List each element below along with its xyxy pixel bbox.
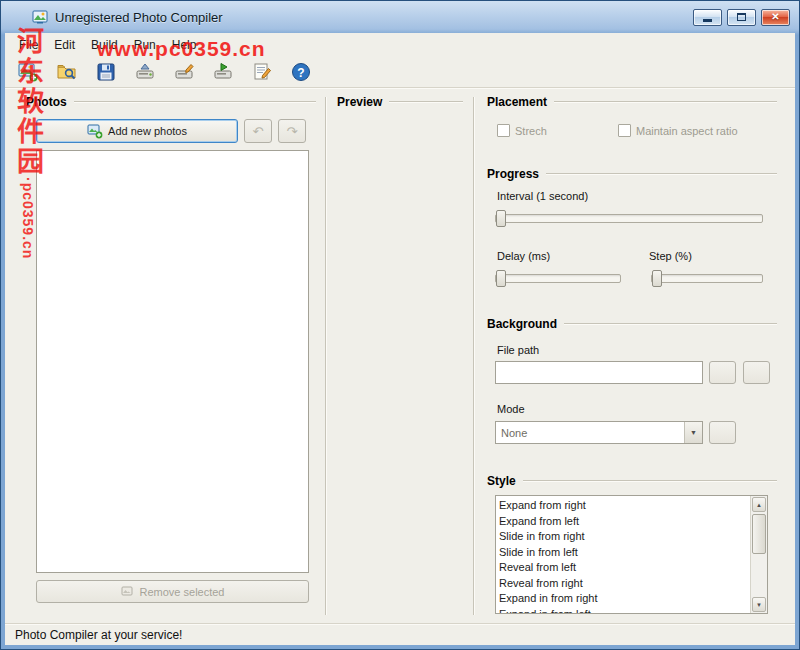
file-path-clear-button[interactable] — [743, 361, 770, 384]
separator-preview-settings — [473, 97, 475, 615]
style-list-scrollbar[interactable]: ▲ ▼ — [750, 496, 767, 613]
toolbar-browse-button[interactable] — [52, 59, 82, 85]
placement-group-header: Placement — [487, 95, 777, 109]
maintain-aspect-checkbox-label: Maintain aspect ratio — [636, 125, 738, 137]
style-list-item[interactable]: Slide in from left — [499, 545, 750, 561]
mode-dropdown-value: None — [496, 422, 684, 443]
client-area: File Edit Build Run Help — [5, 33, 795, 645]
app-window: Unregistered Photo Compiler ✕ File Edit … — [0, 0, 800, 650]
placement-header-label: Placement — [487, 95, 547, 109]
window-title: Unregistered Photo Compiler — [55, 10, 223, 25]
separator-photos-preview — [325, 97, 327, 615]
style-list-item[interactable]: Expand from left — [499, 514, 750, 530]
app-icon — [32, 9, 48, 25]
file-path-input[interactable] — [495, 361, 703, 384]
style-list-item[interactable]: Expand from right — [499, 498, 750, 514]
toolbar-add-photos-button[interactable] — [13, 59, 43, 85]
minimize-button[interactable] — [693, 9, 722, 26]
add-new-photos-button[interactable]: Add new photos — [36, 119, 238, 143]
scroll-down-icon[interactable]: ▼ — [752, 597, 766, 612]
svg-text:?: ? — [297, 66, 304, 80]
style-list-item[interactable]: Expand in from left — [499, 607, 750, 614]
add-new-photos-label: Add new photos — [108, 125, 187, 137]
delay-slider-track — [495, 274, 621, 283]
delay-label: Delay (ms) — [497, 250, 550, 262]
step-slider-thumb[interactable] — [652, 270, 662, 287]
background-header-line — [564, 323, 777, 325]
move-photo-up-button[interactable]: ↶ — [244, 119, 272, 143]
move-down-icon: ↷ — [287, 125, 298, 138]
toolbar-help-button[interactable]: ? — [286, 59, 316, 85]
statusbar: Photo Compiler at your service! — [5, 623, 795, 645]
placement-header-line — [554, 101, 777, 103]
mode-label: Mode — [497, 403, 525, 415]
build-icon — [134, 61, 156, 83]
menu-build[interactable]: Build — [83, 35, 126, 55]
stretch-checkbox-box[interactable] — [497, 124, 510, 137]
menubar: File Edit Build Run Help — [5, 33, 795, 57]
close-icon: ✕ — [771, 12, 779, 22]
stretch-checkbox-label: Strech — [515, 125, 547, 137]
progress-header-label: Progress — [487, 167, 539, 181]
move-photo-down-button[interactable]: ↷ — [278, 119, 306, 143]
background-group-header: Background — [487, 317, 777, 331]
step-slider[interactable] — [651, 270, 763, 287]
scroll-up-icon[interactable]: ▲ — [752, 497, 766, 512]
mode-dropdown[interactable]: None ▼ — [495, 421, 703, 444]
style-list-item[interactable]: Reveal from left — [499, 560, 750, 576]
status-text: Photo Compiler at your service! — [15, 628, 182, 642]
add-photo-icon — [87, 123, 103, 139]
titlebar[interactable]: Unregistered Photo Compiler ✕ — [6, 2, 794, 32]
toolbar-save-button[interactable] — [91, 59, 121, 85]
style-list[interactable]: Expand from right Expand from left Slide… — [495, 495, 768, 614]
browse-folder-icon — [56, 61, 78, 83]
style-header-line — [523, 480, 777, 482]
menu-run[interactable]: Run — [126, 35, 164, 55]
window-controls: ✕ — [693, 9, 794, 26]
save-icon — [95, 61, 117, 83]
move-up-icon: ↶ — [253, 125, 264, 138]
preview-header-label: Preview — [337, 95, 382, 109]
preview-area — [337, 117, 463, 615]
help-icon: ? — [290, 61, 312, 83]
progress-group-header: Progress — [487, 167, 777, 181]
menu-file[interactable]: File — [11, 35, 46, 55]
remove-selected-label: Remove selected — [140, 586, 225, 598]
stretch-checkbox[interactable]: Strech — [497, 124, 547, 137]
step-slider-track — [651, 274, 763, 283]
menu-edit[interactable]: Edit — [46, 35, 83, 55]
toolbar-run-button[interactable] — [208, 59, 238, 85]
photos-list[interactable] — [36, 150, 309, 573]
interval-slider[interactable] — [495, 210, 763, 227]
file-path-label: File path — [497, 344, 539, 356]
style-list-item[interactable]: Slide in from right — [499, 529, 750, 545]
add-photos-icon — [17, 61, 39, 83]
interval-label: Interval (1 second) — [497, 190, 588, 202]
menu-help[interactable]: Help — [164, 35, 205, 55]
chevron-down-icon[interactable]: ▼ — [684, 422, 702, 443]
delay-slider-thumb[interactable] — [496, 270, 506, 287]
step-label: Step (%) — [649, 250, 692, 262]
edit-notes-icon — [251, 61, 273, 83]
photos-header-label: Photos — [26, 95, 67, 109]
maximize-button[interactable] — [727, 9, 756, 26]
style-header-label: Style — [487, 474, 516, 488]
close-button[interactable]: ✕ — [761, 9, 790, 26]
style-list-item[interactable]: Expand in from right — [499, 591, 750, 607]
toolbar-build-button[interactable] — [130, 59, 160, 85]
file-path-browse-button[interactable] — [709, 361, 736, 384]
mode-apply-button[interactable] — [709, 421, 736, 444]
interval-slider-thumb[interactable] — [496, 210, 506, 227]
toolbar-edit-notes-button[interactable] — [247, 59, 277, 85]
rebuild-icon — [173, 61, 195, 83]
delay-slider[interactable] — [495, 270, 621, 287]
scrollbar-thumb[interactable] — [752, 514, 766, 554]
maintain-aspect-checkbox-box[interactable] — [618, 124, 631, 137]
maintain-aspect-checkbox[interactable]: Maintain aspect ratio — [618, 124, 738, 137]
style-group-header: Style — [487, 474, 777, 488]
background-header-label: Background — [487, 317, 557, 331]
style-list-item[interactable]: Reveal from right — [499, 576, 750, 592]
remove-selected-button[interactable]: Remove selected — [36, 580, 309, 603]
minimize-icon — [703, 19, 712, 22]
toolbar-rebuild-button[interactable] — [169, 59, 199, 85]
